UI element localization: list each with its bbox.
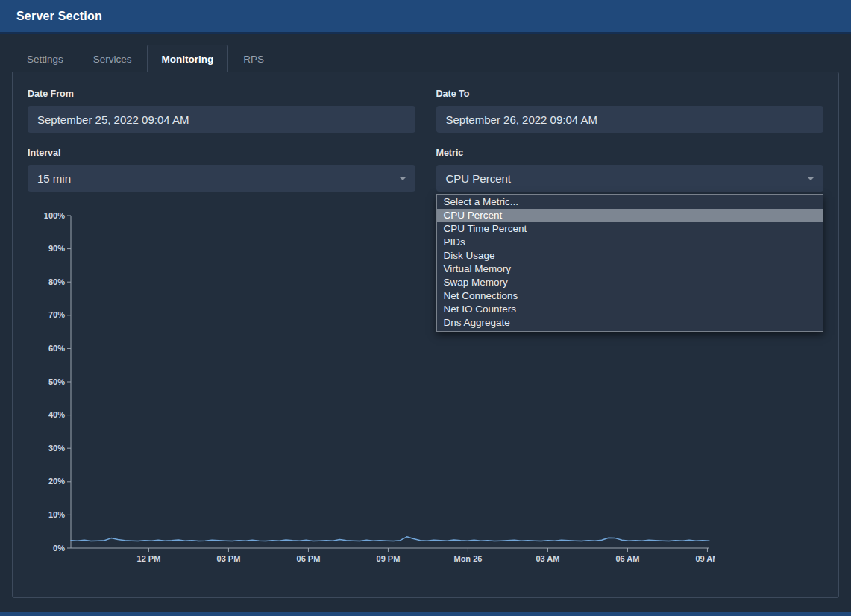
- interval-select-value: 15 min: [37, 172, 71, 185]
- metric-option-virtual-memory[interactable]: Virtual Memory: [437, 263, 823, 276]
- metric-option-disk-usage[interactable]: Disk Usage: [437, 249, 823, 263]
- svg-text:10%: 10%: [48, 510, 65, 519]
- filter-grid: Date From Date To Interval 15 min Metric…: [28, 89, 823, 192]
- svg-text:50%: 50%: [48, 377, 65, 386]
- date-from-label: Date From: [28, 89, 415, 99]
- svg-text:90%: 90%: [48, 244, 65, 253]
- tab-rps[interactable]: RPS: [228, 45, 279, 72]
- svg-text:09 AM: 09 AM: [695, 554, 715, 563]
- metric-option-swap-memory[interactable]: Swap Memory: [437, 276, 823, 289]
- svg-text:12 PM: 12 PM: [137, 554, 161, 563]
- tab-settings[interactable]: Settings: [12, 45, 78, 72]
- page-title: Server Section: [16, 10, 102, 23]
- metric-select[interactable]: CPU Percent: [436, 165, 824, 192]
- interval-label: Interval: [28, 148, 415, 158]
- svg-text:40%: 40%: [48, 410, 65, 419]
- svg-text:60%: 60%: [48, 344, 65, 353]
- date-to-input[interactable]: [436, 106, 824, 133]
- metric-option-cpu-percent[interactable]: CPU Percent: [437, 209, 823, 222]
- svg-text:03 AM: 03 AM: [536, 554, 559, 563]
- metric-option-pids[interactable]: PIDs: [437, 236, 823, 249]
- svg-text:100%: 100%: [44, 211, 65, 220]
- date-from-field: Date From: [28, 89, 415, 133]
- metric-label: Metric: [436, 148, 824, 158]
- interval-field: Interval 15 min: [28, 148, 415, 192]
- metric-select-value: CPU Percent: [446, 172, 512, 185]
- interval-select[interactable]: 15 min: [28, 165, 415, 192]
- date-to-field: Date To: [436, 89, 824, 133]
- svg-text:0%: 0%: [53, 544, 65, 553]
- svg-text:70%: 70%: [48, 310, 65, 319]
- metric-option-cpu-time-percent[interactable]: CPU Time Percent: [437, 222, 823, 236]
- bottom-accent-bar: [0, 612, 851, 616]
- app-header: Server Section: [0, 0, 851, 34]
- chevron-down-icon: [807, 177, 814, 180]
- metric-field: Metric CPU Percent Select a Metric... CP…: [436, 148, 824, 192]
- metric-option-net-io-counters[interactable]: Net IO Counters: [437, 303, 823, 316]
- metric-option-dns-aggregate[interactable]: Dns Aggregate: [437, 316, 823, 330]
- date-from-input[interactable]: [28, 106, 415, 133]
- svg-text:06 PM: 06 PM: [297, 554, 321, 563]
- metric-option-placeholder[interactable]: Select a Metric...: [437, 195, 823, 209]
- tab-bar: Settings Services Monitoring RPS: [12, 45, 839, 72]
- chevron-down-icon: [399, 177, 406, 180]
- date-to-label: Date To: [436, 89, 824, 99]
- svg-text:09 PM: 09 PM: [377, 554, 401, 563]
- svg-text:30%: 30%: [48, 444, 65, 453]
- svg-text:06 AM: 06 AM: [615, 554, 639, 563]
- tab-monitoring[interactable]: Monitoring: [147, 45, 229, 72]
- svg-text:Mon 26: Mon 26: [453, 554, 482, 563]
- svg-text:80%: 80%: [48, 277, 65, 286]
- svg-text:20%: 20%: [48, 477, 65, 485]
- monitoring-panel: Date From Date To Interval 15 min Metric…: [12, 72, 839, 598]
- tab-services[interactable]: Services: [78, 45, 147, 72]
- svg-text:03 PM: 03 PM: [217, 554, 241, 563]
- metric-option-net-connections[interactable]: Net Connections: [437, 289, 823, 303]
- metric-dropdown-list: Select a Metric... CPU Percent CPU Time …: [436, 194, 824, 332]
